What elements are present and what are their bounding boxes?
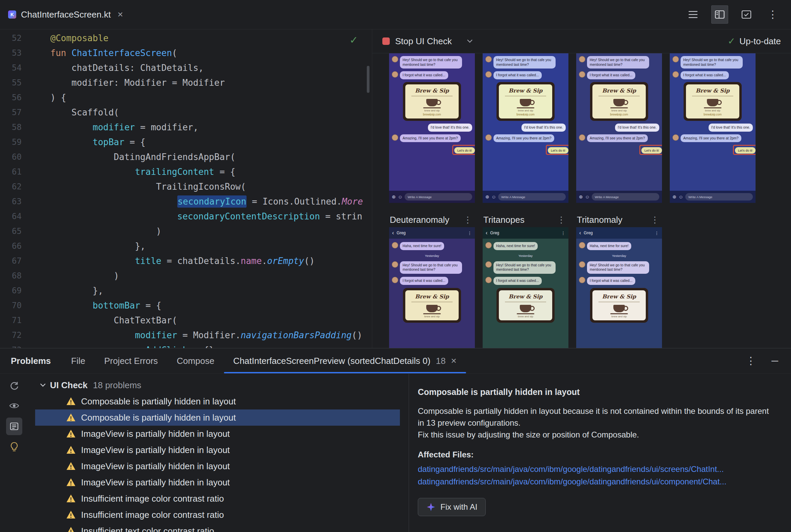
tab-compose[interactable]: Compose	[167, 348, 224, 373]
report-view-icon[interactable]	[6, 418, 22, 435]
stop-ui-check-button[interactable]: Stop UI Check	[382, 36, 452, 46]
card-divider	[411, 96, 453, 96]
preview-more-icon[interactable]: ⋮	[650, 215, 659, 225]
split-editor-icon[interactable]	[711, 5, 728, 24]
fix-with-ai-button[interactable]: Fix with AI	[418, 498, 486, 516]
preview-more-icon[interactable]: ⋮	[463, 215, 472, 225]
avatar	[579, 242, 585, 248]
line-number: 54	[0, 60, 22, 75]
chat-bubble: Amazing, I'll see you there at 2pm?	[587, 134, 648, 142]
tab-file[interactable]: File	[62, 348, 95, 373]
close-tab-icon[interactable]: ×	[451, 356, 456, 366]
preview-toolbar: Stop UI Check ✓ Up-to-date	[372, 30, 791, 53]
chat-message: I forgot what it was called...	[579, 71, 659, 79]
line-number: 58	[0, 120, 22, 135]
editor-tab-title: ChatInterfaceScreen.kt	[21, 10, 111, 20]
line-number: 55	[0, 75, 22, 90]
problems-content: UI Check 18 problems Composable is parti…	[0, 374, 791, 532]
ui-check-group-header[interactable]: UI Check 18 problems	[29, 377, 409, 393]
chat-bubble: Let's do it!	[735, 147, 756, 154]
tab-project-errors[interactable]: Project Errors	[95, 348, 167, 373]
line-number: 68	[0, 268, 22, 283]
chat-message: I forgot what it was called...	[673, 71, 753, 79]
chat-message: I'd love that! It's this one.	[485, 124, 566, 132]
back-icon: ‹	[486, 230, 488, 235]
avatar	[579, 71, 585, 78]
phone-render: Hey! Should we go to that cafe you menti…	[389, 53, 475, 203]
preview-phone[interactable]: Hey! Should we go to that cafe you menti…	[389, 53, 475, 203]
phone-render: Hey! Should we go to that cafe you menti…	[483, 53, 568, 203]
ui-check-mode-icon[interactable]	[738, 6, 755, 23]
coffee-cup-icon	[613, 305, 625, 312]
avatar	[392, 242, 398, 248]
code-line: secondaryIcon = Icons.Outlined.More	[50, 194, 371, 209]
problem-list-item[interactable]: ImageView is partially hidden in layout	[35, 426, 400, 442]
compose-preview-pane: Stop UI Check ✓ Up-to-date Hey! Should w…	[372, 30, 791, 348]
editor-tab[interactable]: K ChatInterfaceScreen.kt ×	[0, 0, 132, 29]
problem-list-item[interactable]: ImageView is partially hidden in layout	[35, 474, 400, 491]
preview-phone[interactable]: Hey! Should we go to that cafe you menti…	[576, 53, 662, 203]
tab-chat-interface-screen-preview[interactable]: ChatInterfaceScreenPreview (sortedChatDe…	[224, 348, 466, 373]
preview-row-1: Hey! Should we go to that cafe you menti…	[389, 53, 756, 203]
code-editor[interactable]: 5253545556575859606162636465666768697071…	[0, 30, 371, 348]
problem-list-item[interactable]: Insufficient text color contrast ratio	[35, 523, 400, 532]
problem-list-item[interactable]: Composable is partially hidden in layout	[35, 393, 400, 410]
problem-list-item[interactable]: Insufficient image color contrast ratio	[35, 491, 400, 507]
card-title: Brew & Sip	[501, 293, 550, 300]
editor-code-area[interactable]: @Composablefun ChatInterfaceScreen( chat…	[50, 31, 371, 348]
affected-file-link[interactable]: datingandfriends/src/main/java/com/ibm/g…	[418, 475, 776, 488]
preview-phone[interactable]: Tritanomaly ⋮ ‹ Greg ⋮ Haha, next time f…	[576, 212, 662, 348]
problem-list-item[interactable]: ImageView is partially hidden in layout	[35, 442, 400, 458]
avatar	[392, 56, 398, 62]
stop-ui-check-label: Stop UI Check	[395, 36, 452, 46]
card-url: brew&sip.com	[688, 113, 737, 116]
chat-body: Hey! Should we go to that cafe you menti…	[670, 53, 756, 191]
preview-canvas[interactable]: Hey! Should we go to that cafe you menti…	[372, 53, 791, 348]
kotlin-file-icon: K	[8, 11, 16, 19]
code-line: trailingContent = {	[50, 165, 371, 179]
warning-icon	[66, 462, 76, 471]
chat-bubble: Hey! Should we go to that cafe you menti…	[587, 56, 649, 69]
card-caption: brew and sip	[594, 109, 644, 112]
more-options-icon[interactable]: ⋮	[765, 6, 781, 23]
code-line: modifier = modifier,	[50, 120, 371, 135]
code-line: onAddClick = {},	[50, 343, 371, 348]
problem-list-item[interactable]: Composable is partially hidden in layout	[35, 410, 400, 426]
line-number: 73	[0, 343, 22, 348]
more-options-icon[interactable]: ⋮	[746, 356, 756, 366]
problem-list-item[interactable]: ImageView is partially hidden in layout	[35, 458, 400, 474]
preview-phone[interactable]: Deuteranomaly ⋮ ‹ Greg ⋮ Haha, next time…	[389, 212, 475, 348]
preview-more-icon[interactable]: ⋮	[557, 215, 566, 225]
phone-render: Hey! Should we go to that cafe you menti…	[670, 53, 756, 203]
chat-bubble: I forgot what it was called...	[587, 71, 635, 79]
card-caption: brew and sip	[594, 315, 644, 318]
coffee-cup-icon	[613, 99, 625, 106]
minimize-icon[interactable]: ─	[771, 356, 778, 366]
line-number: 59	[0, 135, 22, 150]
chevron-down-icon[interactable]	[467, 39, 473, 43]
preview-phone[interactable]: Tritanopes ⋮ ‹ Greg ⋮ Haha, next time fo…	[483, 212, 568, 348]
avatar	[485, 134, 492, 141]
emoji-icon: ☺	[398, 194, 403, 199]
ui-check-highlight-box: Let's do it!	[733, 145, 756, 155]
structure-lines-icon[interactable]	[685, 6, 701, 23]
preview-config-label: Tritanomaly	[577, 215, 623, 225]
chat-bubble: Amazing, I'll see you there at 2pm?	[494, 134, 554, 142]
problem-list-item[interactable]: Insufficient image color contrast ratio	[35, 507, 400, 523]
chat-message: I forgot what it was called...	[392, 71, 472, 79]
problems-side-strip	[0, 374, 29, 532]
affected-file-link[interactable]: datingandfriends/src/main/java/com/ibm/g…	[418, 463, 776, 475]
coffee-cup-icon	[426, 305, 438, 312]
problems-window-title: Problems	[0, 348, 62, 373]
refresh-icon[interactable]	[6, 378, 22, 394]
preview-phone[interactable]: Hey! Should we go to that cafe you menti…	[483, 53, 568, 203]
warning-icon	[66, 510, 76, 519]
close-tab-icon[interactable]: ×	[117, 9, 123, 20]
message-input: Write A Message	[405, 193, 472, 201]
lightbulb-icon[interactable]	[6, 439, 22, 455]
link-preview-card: Brew & Sip brew and sip brew&sip.com	[403, 82, 461, 121]
editor-scrollbar[interactable]	[367, 66, 369, 93]
chat-message: Amazing, I'll see you there at 2pm?	[392, 134, 472, 142]
preview-eye-icon[interactable]	[6, 398, 22, 414]
preview-phone[interactable]: Hey! Should we go to that cafe you menti…	[670, 53, 756, 203]
